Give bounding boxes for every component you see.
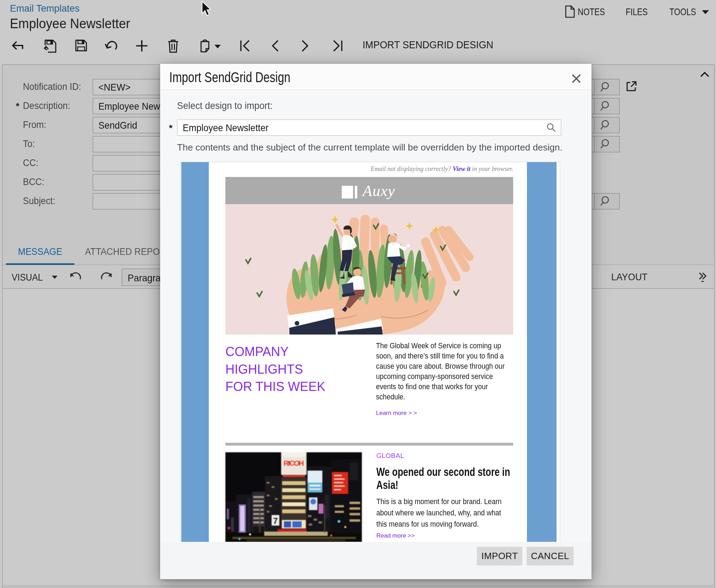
svg-text:7: 7 — [273, 516, 278, 526]
svg-text:RICOH: RICOH — [284, 459, 304, 467]
